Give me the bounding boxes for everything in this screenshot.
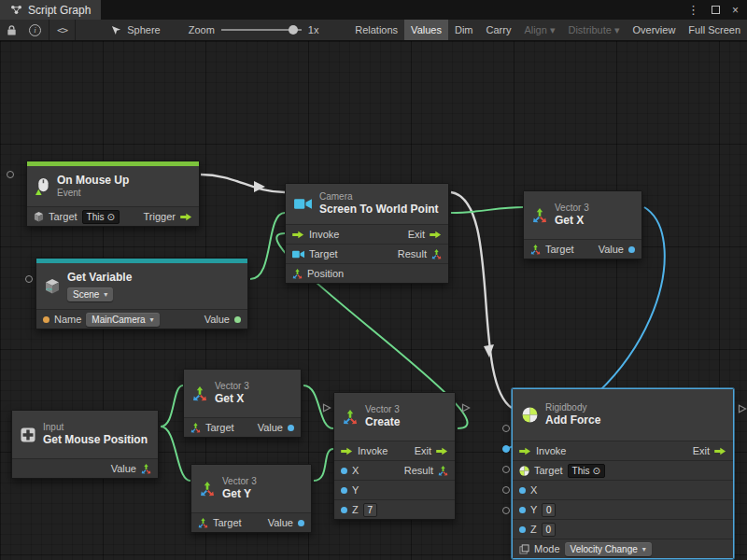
port-dot[interactable]: [234, 316, 241, 323]
port-dot[interactable]: [288, 425, 294, 431]
port-pin[interactable]: [502, 466, 510, 473]
mode-dropdown[interactable]: Velocity Change▾: [565, 542, 652, 556]
node-get-variable[interactable]: Get Variable Scene▾ Name MainCamera▾ Val…: [35, 258, 248, 329]
flow-out-icon[interactable]: [430, 231, 442, 239]
vector3-icon[interactable]: [292, 269, 303, 279]
align-button[interactable]: Align ▾: [517, 20, 561, 40]
object-picker-icon: ⊙: [106, 212, 114, 222]
flow-out-icon[interactable]: [180, 213, 192, 221]
chevron-down-icon: ▾: [642, 545, 646, 553]
vector3-icon[interactable]: [431, 249, 442, 259]
chevron-down-icon: ▾: [550, 24, 556, 36]
flow-out-icon[interactable]: [714, 447, 726, 455]
node-get-x-top[interactable]: Vector 3 Get X Target Value: [523, 190, 642, 259]
node-header: Input Get Mouse Position: [12, 411, 158, 458]
vector3-icon[interactable]: [198, 518, 208, 528]
vector3-icon[interactable]: [530, 245, 541, 255]
vector3-icon: [532, 208, 547, 223]
port-dot[interactable]: [341, 507, 347, 513]
distribute-button[interactable]: Distribute ▾: [561, 20, 626, 40]
fullscreen-button[interactable]: Full Screen: [682, 20, 747, 40]
port-row: Target This⊙ Trigger: [27, 206, 199, 226]
port-pin[interactable]: [502, 486, 510, 494]
node-get-y[interactable]: Vector 3 Get Y Target Value: [190, 464, 312, 533]
camera-icon[interactable]: [292, 250, 304, 259]
node-title: Create: [365, 415, 400, 429]
port-pin[interactable]: [502, 507, 510, 514]
port-dot[interactable]: [519, 526, 526, 533]
port-row: Position: [286, 263, 448, 283]
close-icon[interactable]: ×: [732, 4, 739, 17]
port-dot[interactable]: [43, 316, 49, 323]
zoom-slider-knob[interactable]: [289, 25, 298, 35]
dim-button[interactable]: Dim: [448, 20, 480, 40]
wire-exit-invoke: [451, 192, 512, 408]
target-self-chip[interactable]: This⊙: [568, 464, 605, 478]
port-row: Z 7: [334, 499, 455, 519]
vector3-icon[interactable]: [190, 423, 201, 433]
port-label: Z: [530, 524, 537, 535]
variable-scope-dropdown[interactable]: Scene▾: [67, 287, 113, 301]
port-dot[interactable]: [341, 487, 347, 494]
graph-owner[interactable]: Sphere: [104, 24, 167, 35]
flow-unconnected-icon[interactable]: [738, 404, 747, 413]
node-on-mouse-up[interactable]: On Mouse Up Event Target This⊙ Trigger: [26, 161, 200, 227]
info-icon[interactable]: i: [23, 20, 47, 40]
kebab-menu-icon[interactable]: ⋮: [687, 3, 699, 17]
zoom-label: Zoom: [189, 24, 215, 35]
values-button[interactable]: Values: [404, 20, 448, 40]
node-screen-to-world-point[interactable]: Camera Screen To World Point Invoke Exit…: [285, 183, 449, 284]
port-dot[interactable]: [341, 468, 347, 474]
flow-unconnected-icon[interactable]: [461, 403, 471, 413]
port-pin[interactable]: [502, 425, 510, 432]
port-dot[interactable]: [628, 246, 635, 253]
wire-trigger-invoke: [201, 175, 285, 192]
node-get-x-mid[interactable]: Vector 3 Get X Target Value: [183, 369, 302, 438]
port-pin[interactable]: [7, 171, 14, 178]
port-label: Position: [307, 268, 344, 279]
maximize-icon[interactable]: [712, 6, 720, 14]
port-label: Invoke: [309, 229, 339, 240]
graph-canvas[interactable]: On Mouse Up Event Target This⊙ Trigger G…: [0, 41, 747, 560]
port-dot[interactable]: [298, 520, 304, 526]
toolbar-separator: [75, 20, 76, 40]
flow-in-icon[interactable]: [341, 447, 353, 455]
variable-name-dropdown[interactable]: MainCamera▾: [86, 313, 159, 327]
lock-icon[interactable]: [0, 20, 23, 40]
target-self-chip[interactable]: This⊙: [82, 210, 120, 224]
code-icon[interactable]: <>: [51, 20, 73, 40]
port-row: Target Value: [191, 512, 311, 532]
rigidbody-icon[interactable]: [519, 466, 529, 476]
z-value-field[interactable]: 0: [542, 523, 556, 537]
node-create-vector3[interactable]: Vector 3 Create Invoke Exit X Result Y Z…: [333, 392, 456, 520]
flow-in-icon[interactable]: [292, 231, 304, 239]
port-label: Value: [111, 463, 136, 474]
port-label: Trigger: [144, 211, 176, 222]
relations-button[interactable]: Relations: [348, 20, 404, 40]
tab-script-graph[interactable]: Script Graph: [0, 0, 101, 20]
wire-result-getx: [451, 207, 523, 213]
port-dot[interactable]: [519, 507, 526, 513]
overview-button[interactable]: Overview: [627, 20, 683, 40]
node-category: Rigidbody: [545, 402, 600, 413]
node-add-force[interactable]: Rigidbody Add Force Invoke Exit Target T…: [512, 388, 734, 559]
enum-icon[interactable]: [519, 544, 529, 554]
z-value-field[interactable]: 7: [363, 503, 377, 517]
port-dot[interactable]: [519, 487, 526, 494]
port-pin-connected[interactable]: [502, 445, 510, 453]
port-label: Result: [398, 248, 427, 259]
vector3-icon[interactable]: [141, 464, 151, 474]
carry-button[interactable]: Carry: [480, 20, 518, 40]
port-row: Target Value: [524, 239, 641, 259]
port-row: Target Value: [184, 417, 301, 437]
node-get-mouse-position[interactable]: Input Get Mouse Position Value: [11, 410, 159, 479]
port-pin[interactable]: [25, 275, 33, 283]
flow-in-icon[interactable]: [519, 447, 531, 455]
zoom-slider[interactable]: [221, 29, 302, 31]
flow-out-icon[interactable]: [436, 447, 448, 455]
port-row: Invoke Exit: [334, 441, 455, 460]
vector3-icon[interactable]: [438, 466, 448, 476]
port-label: Name: [54, 314, 81, 325]
flow-unconnected-icon[interactable]: [322, 403, 331, 413]
y-value-field[interactable]: 0: [542, 503, 556, 517]
